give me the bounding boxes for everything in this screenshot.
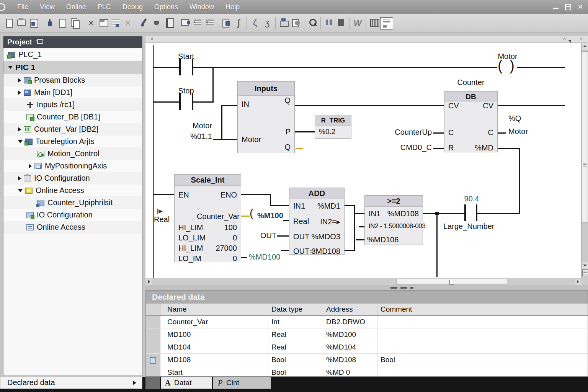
row-checkbox-icon[interactable] xyxy=(150,357,156,364)
close-button[interactable] xyxy=(576,3,585,11)
tree-item-counter-db[interactable]: Counter_DB [DB1] xyxy=(3,111,142,123)
tree-item-online-access[interactable]: Online Access xyxy=(3,185,142,197)
counter-q-address[interactable]: %Q xyxy=(508,114,521,123)
rtrig-block[interactable]: R_TRIG %0.2 xyxy=(315,115,351,139)
delete-icon[interactable] xyxy=(85,16,97,31)
pin-c-right[interactable]: C xyxy=(488,128,493,137)
column-header-name[interactable]: Name xyxy=(160,304,268,315)
pin-en[interactable]: EN xyxy=(178,191,189,199)
compile-bolt-icon[interactable] xyxy=(232,16,245,31)
value-hi-lim[interactable]: 100 xyxy=(224,223,237,232)
tree-item-main[interactable]: Main [DD1] xyxy=(3,87,142,99)
cell-address[interactable]: %MD 0 xyxy=(323,366,377,377)
column-header-address[interactable]: Address xyxy=(323,304,377,315)
cell-address[interactable]: %MD104 xyxy=(323,341,377,353)
large-number-address[interactable]: 90.4 xyxy=(456,194,487,203)
ink-marker-icon[interactable] xyxy=(44,16,56,31)
menu-help[interactable]: Help xyxy=(220,3,245,11)
chevron-expanded-icon[interactable] xyxy=(18,189,23,192)
pin-p[interactable]: P xyxy=(286,127,291,136)
align-bars-2-icon[interactable] xyxy=(204,16,216,31)
scroll-up-icon[interactable] xyxy=(582,43,588,50)
cell-address[interactable]: DB2.DRWO xyxy=(323,316,377,328)
m100-operand[interactable]: %M100 xyxy=(257,211,283,220)
copy-blocks-icon[interactable] xyxy=(69,16,81,31)
cell-name[interactable]: Start xyxy=(160,366,268,377)
row-gutter[interactable] xyxy=(146,316,160,328)
cell-datatype[interactable]: Int xyxy=(268,316,323,328)
pin-c-left[interactable]: C xyxy=(448,128,454,137)
tree-item-io-configuration-2[interactable]: IO Configuration xyxy=(3,209,142,221)
tree-item-positioning-axis[interactable]: MyPositioningAxis xyxy=(3,160,142,172)
start-contact-label[interactable]: Start xyxy=(168,52,204,61)
pause-monitor-icon[interactable] xyxy=(323,16,335,31)
feed-operand-name[interactable]: Motor xyxy=(191,121,212,130)
menu-plc[interactable]: PLC xyxy=(92,3,117,11)
cell-datatype[interactable]: Bool xyxy=(268,366,323,377)
pin-eno[interactable]: ENO xyxy=(220,191,237,199)
stop-contact-label[interactable]: Stop xyxy=(168,87,204,95)
value-in1[interactable]: %MD1 xyxy=(317,202,340,211)
menu-window[interactable]: Window xyxy=(184,3,220,11)
pin-out2[interactable]: OUT= xyxy=(293,247,314,256)
list-view-icon[interactable] xyxy=(109,16,122,31)
chevron-collapsed-icon[interactable] xyxy=(18,78,21,83)
vertical-scrollbar[interactable] xyxy=(581,43,588,278)
open-project-icon[interactable] xyxy=(15,16,28,31)
row-gutter[interactable] xyxy=(146,366,160,377)
scroll-down-icon[interactable] xyxy=(582,262,588,269)
chevron-collapsed-icon[interactable] xyxy=(29,164,32,168)
pin-in2-value[interactable]: IN2 - 1.5000008-003 xyxy=(369,222,425,230)
value-out[interactable]: %MDO3 xyxy=(311,232,340,241)
column-header-datatype[interactable]: Data type xyxy=(268,304,323,315)
md100-address[interactable]: %MD100 xyxy=(249,253,280,261)
cell-comment[interactable] xyxy=(377,316,541,328)
chevron-collapsed-icon[interactable] xyxy=(18,90,21,95)
pen-edit-icon[interactable] xyxy=(138,16,150,31)
scrollbar-thumb[interactable] xyxy=(582,51,588,223)
out-floating-label[interactable]: OUT xyxy=(260,231,276,240)
pin-q2[interactable]: Q xyxy=(284,143,291,152)
large-number-label[interactable]: Large_Number xyxy=(443,222,528,231)
pin-in1[interactable]: IN1 xyxy=(293,202,305,211)
menu-online[interactable]: Online xyxy=(60,3,92,11)
compare-block[interactable]: >=2 IN1 %MD108 IN2 - 1.5000008-003 %MD10… xyxy=(364,195,423,245)
value-hi-lim-2[interactable]: 27000 xyxy=(216,244,237,253)
cell-address[interactable]: %MD100 xyxy=(323,328,377,341)
tree-item-plc1[interactable]: PLC_1 xyxy=(3,49,142,61)
cell-name[interactable]: MD100 xyxy=(160,328,268,341)
counter-db-block[interactable]: DB CV CV C C R %MD xyxy=(444,91,498,152)
pin-md[interactable]: %MD xyxy=(475,144,493,152)
cmd-operand[interactable]: CMD0_C xyxy=(389,143,432,152)
add-device-icon[interactable] xyxy=(179,16,191,31)
pin-q[interactable]: Q xyxy=(284,96,291,105)
document-icon[interactable] xyxy=(56,16,69,31)
cell-datatype[interactable]: Bool xyxy=(268,354,323,366)
tree-item-technology[interactable]: Tourelegtion Arjts xyxy=(3,136,142,148)
counter-block-name[interactable]: Counter xyxy=(440,78,501,87)
cell-name[interactable]: MD108 xyxy=(160,354,268,366)
paste-special-icon[interactable] xyxy=(220,16,232,31)
new-document-icon[interactable] xyxy=(3,16,15,31)
value-lo-im[interactable]: 0 xyxy=(233,254,237,263)
maximize-button[interactable] xyxy=(564,3,573,11)
pin-icon[interactable] xyxy=(37,39,43,44)
value-lo-lim[interactable]: 0 xyxy=(233,234,237,242)
window-block-icon[interactable] xyxy=(97,16,109,31)
delete-disabled-icon[interactable] xyxy=(122,16,134,31)
pin-r[interactable]: R xyxy=(448,144,454,152)
scrollbar-thumb[interactable] xyxy=(396,279,507,285)
row-gutter[interactable] xyxy=(146,328,160,341)
print-icon[interactable] xyxy=(278,16,290,31)
declared-data-tab-bar[interactable]: Declared data xyxy=(0,377,142,389)
stop-monitor-icon[interactable] xyxy=(335,16,347,31)
inputs-function-block[interactable]: Inputs IN Q Motor P Q xyxy=(237,81,295,153)
pin-lo-lim[interactable]: LO_LIM xyxy=(178,234,206,242)
menu-view[interactable]: View xyxy=(34,3,60,11)
counter-q-operand[interactable]: Motor xyxy=(508,127,528,136)
cell-datatype[interactable]: Real xyxy=(268,328,323,341)
download-to-device-icon[interactable] xyxy=(249,16,261,31)
table-row[interactable]: Counter_Var Int DB2.DRWO xyxy=(146,316,588,328)
scale-int-block[interactable]: Scale_Int EN ENO Counter_Var HI_LIM 100 … xyxy=(174,174,241,262)
trace-wave-icon[interactable] xyxy=(351,16,364,31)
